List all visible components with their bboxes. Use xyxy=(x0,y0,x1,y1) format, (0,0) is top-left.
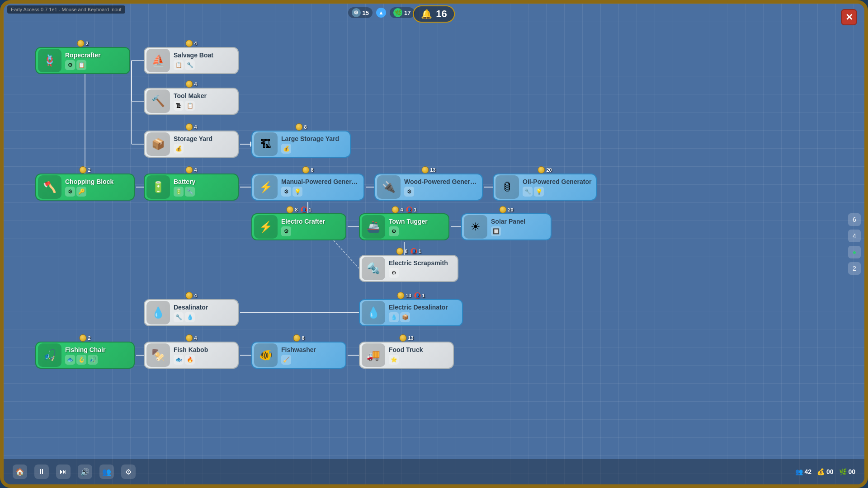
node-chopping-block[interactable]: 2🪓Chopping Block⚙🔑 xyxy=(35,174,135,201)
early-access-badge: Early Access 0.7 1e1 - Mouse and Keyboar… xyxy=(7,5,125,14)
node-title-manual-powered-generator: Manual-Powered Generator xyxy=(281,178,360,185)
mini-icon: 🧹 xyxy=(281,355,291,365)
node-icon-large-storage-yard: 🏗 xyxy=(254,132,278,156)
node-title-electric-scrapsmith: Electric Scrapsmith xyxy=(389,259,454,267)
resource-row: ⚙ 15 ▲ 🌿 17 xyxy=(348,7,415,18)
node-icon-battery: 🔋 xyxy=(146,175,170,199)
node-salvage-boat[interactable]: 4⛵Salvage Boat📋🔧 xyxy=(144,47,239,74)
node-icon-electric-scrapsmith: 🔩 xyxy=(362,257,385,280)
node-level-electro-crafter: 8👤1 xyxy=(286,206,311,213)
mini-icon: 💰 xyxy=(281,144,291,154)
side-indicator-3[interactable]: ● xyxy=(848,246,861,258)
bottom-people: 👥 42 xyxy=(795,468,811,475)
node-title-battery: Battery xyxy=(174,178,234,185)
node-title-storage-yard: Storage Yard xyxy=(174,135,234,142)
home-icon[interactable]: 🏠 xyxy=(13,465,27,479)
settings-icon[interactable]: ⚙ xyxy=(121,465,136,479)
node-oil-powered-generator[interactable]: 20🛢Oil-Powered Generator🔧💡 xyxy=(493,174,597,201)
node-title-fish-kabob: Fish Kabob xyxy=(174,346,234,353)
node-level-wood-powered-generator: 13 xyxy=(421,166,435,174)
node-title-solar-panel: Solar Panel xyxy=(491,218,547,225)
node-manual-powered-generator[interactable]: 8⚡Manual-Powered Generator⚙💡 xyxy=(251,174,364,201)
node-icon-solar-panel: ☀ xyxy=(464,215,487,239)
canvas-area: 2🪢Ropecrafter⚙📋4⛵Salvage Boat📋🔧4🔨Tool Ma… xyxy=(4,29,864,459)
node-solar-panel[interactable]: 20☀Solar Panel🔲 xyxy=(461,213,552,240)
fast-forward-icon[interactable]: ⏭ xyxy=(56,465,71,479)
node-wood-powered-generator[interactable]: 13🔌Wood-Powered Generator⚙ xyxy=(374,174,483,201)
people-icon[interactable]: 👥 xyxy=(99,465,114,479)
node-storage-yard[interactable]: 4📦Storage Yard💰 xyxy=(144,131,239,158)
mini-icon: 🔥 xyxy=(185,355,195,365)
node-title-fishing-chair: Fishing Chair xyxy=(65,346,130,353)
node-title-wood-powered-generator: Wood-Powered Generator xyxy=(404,178,478,185)
side-indicator-1[interactable]: 6 xyxy=(848,213,861,226)
node-title-salvage-boat: Salvage Boat xyxy=(174,52,234,59)
mini-icon: 📦 xyxy=(400,312,410,322)
node-icon-fishing-chair: 🎣 xyxy=(38,343,61,367)
sound-icon[interactable]: 🔊 xyxy=(78,465,92,479)
mini-icon: 💧 xyxy=(185,312,195,322)
mini-icon: ⚙ xyxy=(389,226,399,236)
node-level-desalinator: 4 xyxy=(185,292,197,299)
mini-icon: 🔑 xyxy=(76,187,86,197)
node-level-tool-maker: 4 xyxy=(185,80,197,88)
node-ropecrafter[interactable]: 2🪢Ropecrafter⚙📋 xyxy=(35,47,130,74)
mini-icon: 🔧 xyxy=(174,312,184,322)
node-electric-desalinator[interactable]: 13👤1💧Electric Desalinator💧📦 xyxy=(359,299,463,326)
close-button[interactable]: ✕ xyxy=(841,9,857,25)
pause-icon[interactable]: ⏸ xyxy=(34,465,49,479)
mini-icon: ⚙ xyxy=(281,187,291,197)
node-fishing-chair[interactable]: 2🎣Fishing Chair🐟🪝🎣 xyxy=(35,342,135,369)
node-electro-crafter[interactable]: 8👤1⚡Electro Crafter⚙ xyxy=(251,213,346,240)
node-town-tugger[interactable]: 4👤1🚢Town Tugger⚙ xyxy=(359,213,449,240)
node-fish-kabob[interactable]: 4🍢Fish Kabob🐟🔥 xyxy=(144,342,239,369)
node-desalinator[interactable]: 4💧Desalinator🔧💧 xyxy=(144,299,239,326)
node-icon-oil-powered-generator: 🛢 xyxy=(495,175,519,199)
node-level-town-tugger: 4👤1 xyxy=(392,206,416,213)
mini-icon: 🪝 xyxy=(76,355,86,365)
mini-icon: 🔲 xyxy=(491,226,501,236)
node-level-large-storage-yard: 8 xyxy=(295,123,307,131)
node-level-battery: 4 xyxy=(185,166,197,174)
node-title-fishwasher: Fishwasher xyxy=(281,346,342,353)
side-indicator-4[interactable]: 2 xyxy=(848,262,861,275)
node-title-town-tugger: Town Tugger xyxy=(389,218,445,225)
mini-icon: 🔧 xyxy=(523,187,533,197)
node-icon-town-tugger: 🚢 xyxy=(362,215,385,239)
node-title-large-storage-yard: Large Storage Yard xyxy=(281,135,346,142)
node-icon-manual-powered-generator: ⚡ xyxy=(254,175,278,199)
node-level-electric-desalinator: 13👤1 xyxy=(397,292,425,299)
node-title-oil-powered-generator: Oil-Powered Generator xyxy=(523,178,592,185)
node-title-chopping-block: Chopping Block xyxy=(65,178,130,185)
node-food-truck[interactable]: 13🚚Food Truck⭐ xyxy=(359,342,454,369)
svg-line-15 xyxy=(334,240,359,268)
mini-icon: 🔧 xyxy=(185,187,195,197)
mini-icon: 📋 xyxy=(76,60,86,70)
side-indicator-2[interactable]: 4 xyxy=(848,230,861,242)
node-icon-ropecrafter: 🪢 xyxy=(38,49,61,72)
res-gear-val: 15 xyxy=(363,9,369,16)
node-level-food-truck: 13 xyxy=(399,334,413,342)
node-icon-tool-maker: 🔨 xyxy=(146,89,170,113)
mini-icon: ⚙ xyxy=(389,268,399,278)
game-frame: Early Access 0.7 1e1 - Mouse and Keyboar… xyxy=(0,0,868,488)
res-plant-val: 17 xyxy=(404,9,410,16)
node-large-storage-yard[interactable]: 8🏗Large Storage Yard💰 xyxy=(251,131,351,158)
mini-icon: 💡 xyxy=(534,187,544,197)
node-icon-fish-kabob: 🍢 xyxy=(146,343,170,367)
node-level-chopping-block: 2 xyxy=(79,166,90,174)
node-title-tool-maker: Tool Maker xyxy=(174,92,234,99)
node-title-desalinator: Desalinator xyxy=(174,304,234,311)
node-fishwasher[interactable]: 8🐠Fishwasher🧹 xyxy=(251,342,346,369)
node-level-ropecrafter: 2 xyxy=(77,40,88,47)
mini-icon: 💡 xyxy=(292,187,302,197)
level-badge: 🔔 16 xyxy=(413,5,455,23)
node-title-ropecrafter: Ropecrafter xyxy=(65,52,126,59)
node-icon-storage-yard: 📦 xyxy=(146,132,170,156)
mini-icon: 💧 xyxy=(389,312,399,322)
node-electric-scrapsmith[interactable]: 8👤1🔩Electric Scrapsmith⚙ xyxy=(359,255,458,282)
mini-icon: 🗜 xyxy=(174,101,184,111)
node-tool-maker[interactable]: 4🔨Tool Maker🗜📋 xyxy=(144,88,239,115)
bottom-coins: 💰 00 xyxy=(817,468,833,475)
node-battery[interactable]: 4🔋Battery🔋🔧 xyxy=(144,174,239,201)
